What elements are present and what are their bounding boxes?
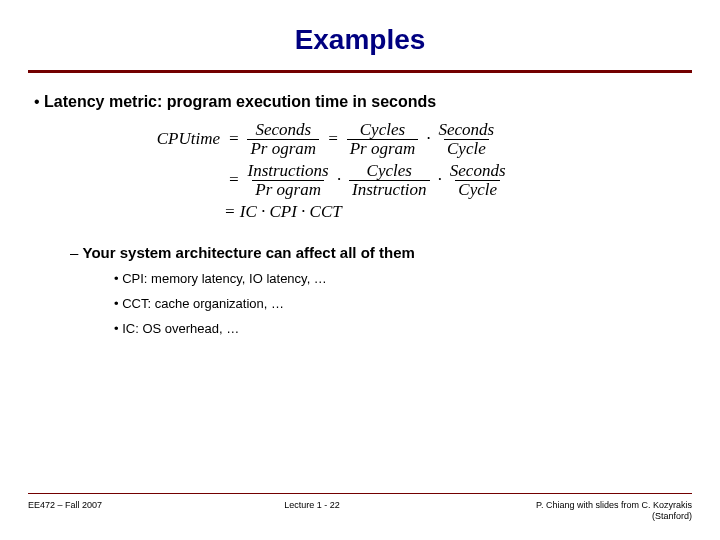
eq-lhs: CPUtime bbox=[138, 129, 224, 149]
denominator: Pr ogram bbox=[347, 139, 419, 158]
fraction: Seconds Cycle bbox=[439, 121, 495, 158]
dot-op: · bbox=[438, 170, 442, 190]
numerator: Cycles bbox=[367, 162, 412, 180]
footer-center: Lecture 1 - 22 bbox=[284, 500, 340, 522]
eq-sign: = bbox=[228, 170, 239, 190]
bullet-level-3: CCT: cache organization, … bbox=[114, 296, 692, 311]
bullet-level-3: IC: OS overhead, … bbox=[114, 321, 692, 336]
numerator: Seconds bbox=[450, 162, 506, 180]
fraction: Instructions Pr ogram bbox=[247, 162, 328, 199]
bullet-level-2: Your system architecture can affect all … bbox=[70, 244, 692, 261]
fraction: Cycles Instruction bbox=[349, 162, 430, 199]
bullet-level-3: CPI: memory latency, IO latency, … bbox=[114, 271, 692, 286]
numerator: Cycles bbox=[360, 121, 405, 139]
equation-row-2: = Instructions Pr ogram · Cycles Instruc… bbox=[138, 162, 692, 199]
fraction: Seconds Cycle bbox=[450, 162, 506, 199]
dot-op: · bbox=[426, 129, 430, 149]
equation-block: CPUtime = Seconds Pr ogram = Cycles Pr o… bbox=[138, 121, 692, 222]
bullet-level-1: Latency metric: program execution time i… bbox=[34, 93, 692, 111]
footer: EE472 – Fall 2007 Lecture 1 - 22 P. Chia… bbox=[0, 493, 720, 522]
eq-sign: = bbox=[327, 129, 338, 149]
denominator: Cycle bbox=[444, 139, 489, 158]
footer-left: EE472 – Fall 2007 bbox=[28, 500, 102, 522]
numerator: Instructions bbox=[247, 162, 328, 180]
numerator: Seconds bbox=[439, 121, 495, 139]
slide: Examples Latency metric: program executi… bbox=[0, 0, 720, 540]
eq-sign: = bbox=[228, 129, 239, 149]
fraction: Seconds Pr ogram bbox=[247, 121, 319, 158]
equation-row-1: CPUtime = Seconds Pr ogram = Cycles Pr o… bbox=[138, 121, 692, 158]
footer-row: EE472 – Fall 2007 Lecture 1 - 22 P. Chia… bbox=[28, 500, 692, 522]
denominator: Cycle bbox=[455, 180, 500, 199]
equation-row-3: = IC · CPI · CCT bbox=[138, 202, 692, 222]
dot-op: · bbox=[337, 170, 341, 190]
footer-rule bbox=[28, 493, 692, 494]
fraction: Cycles Pr ogram bbox=[347, 121, 419, 158]
denominator: Instruction bbox=[349, 180, 430, 199]
footer-right: P. Chiang with slides from C. Kozyrakis … bbox=[522, 500, 692, 522]
eq-final: = IC · CPI · CCT bbox=[224, 202, 342, 222]
page-title: Examples bbox=[28, 24, 692, 56]
denominator: Pr ogram bbox=[252, 180, 324, 199]
numerator: Seconds bbox=[255, 121, 311, 139]
title-rule bbox=[28, 70, 692, 73]
denominator: Pr ogram bbox=[247, 139, 319, 158]
